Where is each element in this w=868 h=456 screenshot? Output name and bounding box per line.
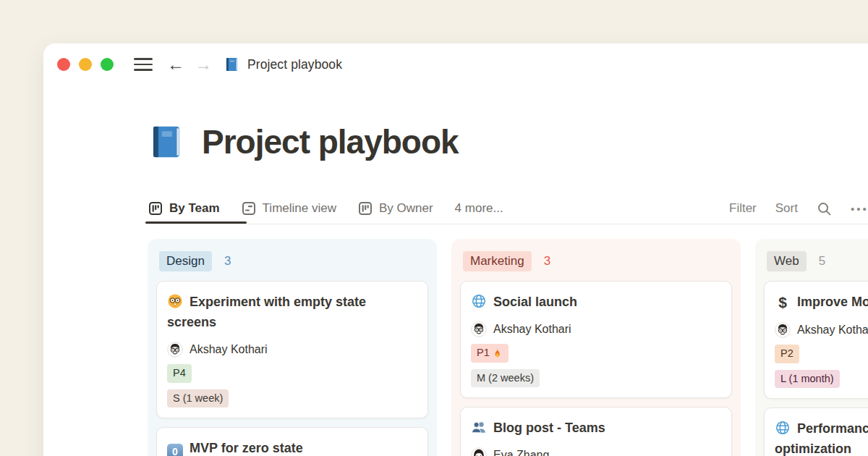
owner-row: Akshay Kothari bbox=[471, 321, 721, 337]
close-window-button[interactable] bbox=[57, 58, 70, 71]
priority-tag: P2 bbox=[775, 345, 799, 363]
board-view-icon bbox=[358, 201, 373, 216]
card-title: Experiment with empty state screens bbox=[167, 292, 407, 332]
globe-icon bbox=[471, 293, 487, 309]
tab-label: Timeline view bbox=[263, 201, 336, 216]
column-count: 3 bbox=[224, 254, 231, 269]
blue-book-icon bbox=[224, 56, 240, 72]
tab-label: By Owner bbox=[379, 201, 433, 216]
tab-label: By Team bbox=[169, 201, 220, 216]
titlebar-page-title: Project playbook bbox=[247, 57, 342, 72]
tab-label: 4 more... bbox=[455, 201, 503, 216]
owner-name: Eva Zhang bbox=[493, 449, 549, 456]
globe-icon bbox=[775, 420, 791, 436]
page-heading: Project playbook bbox=[148, 122, 459, 162]
owner-name: Akshay Kothari bbox=[797, 324, 868, 337]
column-count: 3 bbox=[544, 254, 550, 269]
size-tag: M (2 weeks) bbox=[471, 369, 540, 388]
avatar-akshay bbox=[471, 321, 487, 337]
tab-timeline-view[interactable]: Timeline view bbox=[242, 201, 336, 216]
kanban-board: Design 3 Expe bbox=[148, 239, 868, 456]
priority-tag: P4 bbox=[167, 364, 192, 383]
card-title: Performance optimization bbox=[775, 418, 868, 456]
card-performance-optimization[interactable]: Performance optimization bbox=[764, 408, 868, 456]
minimize-window-button[interactable] bbox=[79, 58, 92, 71]
size-tag: S (1 week) bbox=[167, 389, 229, 408]
tag-row: S (1 week) bbox=[167, 389, 417, 408]
card-title: 0MVP for zero state bbox=[167, 438, 417, 456]
avatar-akshay bbox=[167, 342, 183, 358]
owner-row: Akshay Kothari bbox=[167, 342, 417, 358]
card-blog-post-teams[interactable]: Blog post - Teams Eva Zhang bbox=[460, 407, 732, 456]
column-header[interactable]: Marketing 3 bbox=[463, 250, 732, 272]
tab-by-team[interactable]: By Team bbox=[148, 201, 220, 216]
dollar-icon: $ bbox=[775, 292, 791, 313]
column-name-pill: Design bbox=[159, 251, 212, 272]
screenshot-root: { "titlebar": { "title": "Project playbo… bbox=[0, 0, 868, 456]
tag-row: L (1 month) bbox=[775, 370, 868, 389]
tag-row: P2 bbox=[775, 345, 868, 363]
tag-row: P1 bbox=[471, 344, 721, 363]
titlebar: ← → Project playbook bbox=[57, 55, 342, 74]
owner-row: Akshay Kothari bbox=[775, 322, 868, 338]
tab-more-views[interactable]: 4 more... bbox=[455, 201, 503, 216]
timeline-view-icon bbox=[242, 201, 256, 216]
column-count: 5 bbox=[819, 254, 825, 269]
column-name-pill: Web bbox=[767, 251, 807, 272]
search-icon[interactable] bbox=[817, 201, 832, 216]
page-title: Project playbook bbox=[202, 122, 459, 161]
zoom-window-button[interactable] bbox=[101, 58, 114, 71]
column-marketing: Marketing 3 Social launch bbox=[451, 239, 741, 456]
card-improve-monetization[interactable]: $Improve Mo Akshay K bbox=[764, 281, 868, 399]
owner-name: Akshay Kothari bbox=[190, 343, 268, 356]
card-title: Social launch bbox=[471, 292, 721, 312]
fire-icon bbox=[492, 347, 503, 358]
forward-arrow-icon[interactable]: → bbox=[195, 56, 212, 73]
notion-window: ← → Project playbook Project playbook bbox=[43, 43, 868, 456]
card-title: $Improve Mo bbox=[775, 292, 868, 313]
column-web: Web 5 $Improve Mo bbox=[755, 239, 868, 456]
back-arrow-icon[interactable]: ← bbox=[167, 56, 184, 73]
column-header[interactable]: Web 5 bbox=[767, 250, 868, 272]
owner-row: Eva Zhang bbox=[471, 447, 721, 456]
view-controls: Filter Sort ••• bbox=[729, 193, 868, 224]
tag-row: M (2 weeks) bbox=[471, 369, 721, 388]
card-mvp-zero-state[interactable]: 0MVP for zero state bbox=[156, 427, 428, 456]
busts-icon bbox=[471, 419, 487, 435]
column-name-pill: Marketing bbox=[463, 251, 532, 272]
board-view-icon bbox=[148, 201, 163, 216]
nerd-face-icon bbox=[167, 293, 183, 309]
owner-name: Akshay Kothari bbox=[493, 323, 571, 336]
filter-button[interactable]: Filter bbox=[729, 201, 757, 216]
view-tabs: By Team Timeline view By Owner 4 more... bbox=[148, 193, 503, 224]
column-header[interactable]: Design 3 bbox=[159, 250, 428, 272]
size-tag: L (1 month) bbox=[775, 370, 840, 389]
tab-by-owner[interactable]: By Owner bbox=[358, 201, 433, 216]
priority-tag: P1 bbox=[471, 344, 509, 363]
tag-row: P4 bbox=[167, 364, 417, 383]
hamburger-menu-icon[interactable] bbox=[134, 58, 153, 71]
keycap-zero-icon: 0 bbox=[167, 444, 183, 456]
card-experiment-empty-state[interactable]: Experiment with empty state screens bbox=[156, 281, 428, 418]
avatar-akshay bbox=[775, 322, 791, 338]
sort-button[interactable]: Sort bbox=[775, 201, 798, 216]
card-title: Blog post - Teams bbox=[471, 418, 721, 438]
column-design: Design 3 Expe bbox=[148, 239, 437, 456]
avatar-eva bbox=[471, 447, 487, 456]
card-social-launch[interactable]: Social launch Akshay bbox=[460, 281, 732, 398]
blue-book-icon bbox=[148, 122, 186, 162]
more-options-icon[interactable]: ••• bbox=[851, 203, 868, 215]
